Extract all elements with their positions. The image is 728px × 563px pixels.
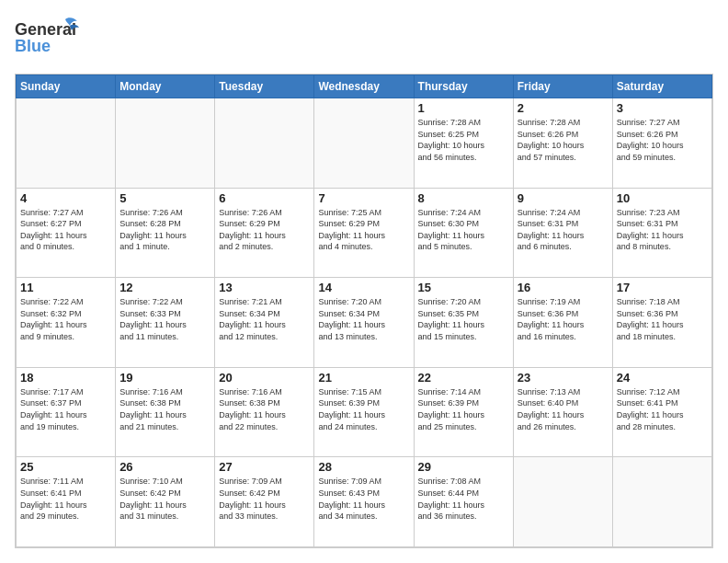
logo-image: General Blue [15,15,79,64]
day-info: Sunrise: 7:20 AM Sunset: 6:35 PM Dayligh… [418,296,509,342]
calendar-week-3: 11Sunrise: 7:22 AM Sunset: 6:32 PM Dayli… [17,278,712,368]
calendar-cell: 13Sunrise: 7:21 AM Sunset: 6:34 PM Dayli… [215,278,314,368]
calendar-cell: 29Sunrise: 7:08 AM Sunset: 6:44 PM Dayli… [414,457,513,547]
day-info: Sunrise: 7:13 AM Sunset: 6:40 PM Dayligh… [518,386,609,432]
day-number: 6 [219,191,310,205]
day-number: 26 [119,460,210,474]
header: General Blue [15,15,713,64]
day-number: 10 [617,191,708,205]
calendar-cell: 16Sunrise: 7:19 AM Sunset: 6:36 PM Dayli… [513,278,612,368]
day-info: Sunrise: 7:10 AM Sunset: 6:42 PM Dayligh… [119,476,210,522]
day-info: Sunrise: 7:12 AM Sunset: 6:41 PM Dayligh… [617,386,708,432]
weekday-header-monday: Monday [116,75,215,98]
calendar-cell: 28Sunrise: 7:09 AM Sunset: 6:43 PM Dayli… [314,457,414,547]
svg-text:Blue: Blue [15,37,51,55]
calendar-cell [17,98,116,189]
day-number: 24 [617,371,708,385]
calendar-cell: 5Sunrise: 7:26 AM Sunset: 6:28 PM Daylig… [116,188,215,278]
calendar-cell: 14Sunrise: 7:20 AM Sunset: 6:34 PM Dayli… [314,278,414,368]
calendar-cell: 6Sunrise: 7:26 AM Sunset: 6:29 PM Daylig… [215,188,314,278]
weekday-header-friday: Friday [513,75,612,98]
calendar-cell: 4Sunrise: 7:27 AM Sunset: 6:27 PM Daylig… [17,188,116,278]
day-number: 22 [418,371,509,385]
calendar-week-1: 1Sunrise: 7:28 AM Sunset: 6:25 PM Daylig… [17,98,712,189]
day-info: Sunrise: 7:09 AM Sunset: 6:42 PM Dayligh… [219,476,310,522]
day-number: 25 [20,460,111,474]
day-number: 8 [418,191,509,205]
calendar-cell: 9Sunrise: 7:24 AM Sunset: 6:31 PM Daylig… [513,188,612,278]
day-number: 11 [20,281,111,294]
day-info: Sunrise: 7:25 AM Sunset: 6:29 PM Dayligh… [318,207,409,253]
day-info: Sunrise: 7:28 AM Sunset: 6:26 PM Dayligh… [518,117,609,163]
day-number: 4 [20,191,111,205]
day-number: 18 [20,371,111,385]
day-info: Sunrise: 7:09 AM Sunset: 6:43 PM Dayligh… [318,476,409,522]
day-number: 28 [318,460,409,474]
calendar-cell: 7Sunrise: 7:25 AM Sunset: 6:29 PM Daylig… [314,188,414,278]
calendar-week-4: 18Sunrise: 7:17 AM Sunset: 6:37 PM Dayli… [17,367,712,457]
day-info: Sunrise: 7:24 AM Sunset: 6:31 PM Dayligh… [518,207,609,253]
calendar-cell: 24Sunrise: 7:12 AM Sunset: 6:41 PM Dayli… [612,367,711,457]
day-number: 3 [617,101,708,115]
day-info: Sunrise: 7:28 AM Sunset: 6:25 PM Dayligh… [418,117,509,163]
calendar-cell [215,98,314,189]
day-number: 17 [617,281,708,294]
calendar-cell [314,98,414,189]
calendar-cell: 11Sunrise: 7:22 AM Sunset: 6:32 PM Dayli… [17,278,116,368]
day-info: Sunrise: 7:18 AM Sunset: 6:36 PM Dayligh… [617,296,708,342]
day-number: 21 [318,371,409,385]
calendar-week-5: 25Sunrise: 7:11 AM Sunset: 6:41 PM Dayli… [17,457,712,547]
page: General Blue SundayMondayTuesdayWednesda… [0,0,728,563]
day-number: 12 [119,281,210,294]
calendar-cell: 18Sunrise: 7:17 AM Sunset: 6:37 PM Dayli… [17,367,116,457]
day-info: Sunrise: 7:08 AM Sunset: 6:44 PM Dayligh… [418,476,509,522]
day-info: Sunrise: 7:26 AM Sunset: 6:29 PM Dayligh… [219,207,310,253]
day-info: Sunrise: 7:26 AM Sunset: 6:28 PM Dayligh… [119,207,210,253]
day-number: 20 [219,371,310,385]
day-info: Sunrise: 7:22 AM Sunset: 6:33 PM Dayligh… [119,296,210,342]
day-info: Sunrise: 7:16 AM Sunset: 6:38 PM Dayligh… [219,386,310,432]
calendar-cell [116,98,215,189]
day-number: 27 [219,460,310,474]
calendar-cell: 8Sunrise: 7:24 AM Sunset: 6:30 PM Daylig… [414,188,513,278]
calendar-cell: 12Sunrise: 7:22 AM Sunset: 6:33 PM Dayli… [116,278,215,368]
day-number: 23 [518,371,609,385]
day-number: 1 [418,101,509,115]
day-info: Sunrise: 7:16 AM Sunset: 6:38 PM Dayligh… [119,386,210,432]
day-number: 5 [119,191,210,205]
weekday-header-wednesday: Wednesday [314,75,414,98]
day-info: Sunrise: 7:19 AM Sunset: 6:36 PM Dayligh… [518,296,609,342]
day-info: Sunrise: 7:23 AM Sunset: 6:31 PM Dayligh… [617,207,708,253]
day-info: Sunrise: 7:14 AM Sunset: 6:39 PM Dayligh… [418,386,509,432]
calendar-cell: 17Sunrise: 7:18 AM Sunset: 6:36 PM Dayli… [612,278,711,368]
day-info: Sunrise: 7:27 AM Sunset: 6:26 PM Dayligh… [617,117,708,163]
calendar: SundayMondayTuesdayWednesdayThursdayFrid… [15,74,713,548]
day-info: Sunrise: 7:17 AM Sunset: 6:37 PM Dayligh… [20,386,111,432]
day-info: Sunrise: 7:21 AM Sunset: 6:34 PM Dayligh… [219,296,310,342]
day-info: Sunrise: 7:27 AM Sunset: 6:27 PM Dayligh… [20,207,111,253]
day-number: 9 [518,191,609,205]
day-info: Sunrise: 7:15 AM Sunset: 6:39 PM Dayligh… [318,386,409,432]
calendar-cell: 15Sunrise: 7:20 AM Sunset: 6:35 PM Dayli… [414,278,513,368]
day-number: 7 [318,191,409,205]
calendar-cell: 3Sunrise: 7:27 AM Sunset: 6:26 PM Daylig… [612,98,711,189]
calendar-week-2: 4Sunrise: 7:27 AM Sunset: 6:27 PM Daylig… [17,188,712,278]
calendar-cell: 27Sunrise: 7:09 AM Sunset: 6:42 PM Dayli… [215,457,314,547]
calendar-cell [513,457,612,547]
calendar-cell: 19Sunrise: 7:16 AM Sunset: 6:38 PM Dayli… [116,367,215,457]
day-number: 14 [318,281,409,294]
calendar-cell: 26Sunrise: 7:10 AM Sunset: 6:42 PM Dayli… [116,457,215,547]
calendar-cell: 2Sunrise: 7:28 AM Sunset: 6:26 PM Daylig… [513,98,612,189]
calendar-cell: 10Sunrise: 7:23 AM Sunset: 6:31 PM Dayli… [612,188,711,278]
day-number: 2 [518,101,609,115]
day-number: 16 [518,281,609,294]
weekday-header-sunday: Sunday [17,75,116,98]
svg-text:General: General [15,20,76,39]
day-info: Sunrise: 7:22 AM Sunset: 6:32 PM Dayligh… [20,296,111,342]
day-number: 29 [418,460,509,474]
calendar-cell: 21Sunrise: 7:15 AM Sunset: 6:39 PM Dayli… [314,367,414,457]
calendar-cell: 23Sunrise: 7:13 AM Sunset: 6:40 PM Dayli… [513,367,612,457]
calendar-cell: 22Sunrise: 7:14 AM Sunset: 6:39 PM Dayli… [414,367,513,457]
day-number: 15 [418,281,509,294]
calendar-cell: 25Sunrise: 7:11 AM Sunset: 6:41 PM Dayli… [17,457,116,547]
